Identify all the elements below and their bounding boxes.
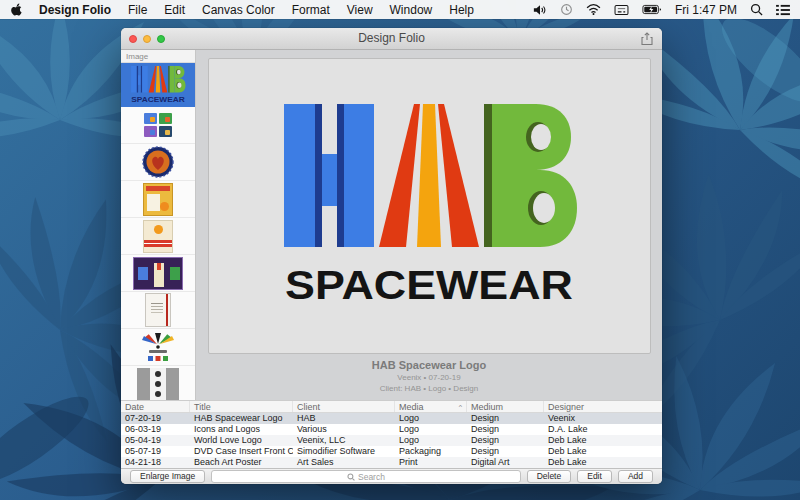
- thumbnail-purple-poster[interactable]: [121, 255, 195, 292]
- thumbnail-book-insert[interactable]: [121, 292, 195, 329]
- table-row[interactable]: 05-07-19 DVD Case Insert Front Cover Sim…: [121, 446, 662, 457]
- delete-button[interactable]: Delete: [527, 470, 572, 483]
- menu-window[interactable]: Window: [390, 3, 433, 17]
- search-icon: [347, 473, 355, 481]
- time-machine-icon[interactable]: [560, 3, 573, 16]
- column-header-client[interactable]: Client: [293, 401, 395, 412]
- image-well[interactable]: SPACEWEAR: [208, 58, 651, 354]
- window-title: Design Folio: [121, 28, 662, 49]
- book-art: [145, 293, 171, 327]
- menu-format[interactable]: Format: [292, 3, 330, 17]
- mandala-art: [142, 146, 174, 178]
- svg-text:SPACEWEAR: SPACEWEAR: [131, 95, 185, 104]
- cell-date: 04-21-18: [121, 457, 190, 468]
- starburst-art: [138, 331, 178, 364]
- menu-edit[interactable]: Edit: [164, 3, 185, 17]
- sidebar-header: Image: [121, 50, 195, 63]
- dvd-cover-art: [143, 183, 173, 216]
- notification-center-icon[interactable]: [776, 4, 790, 16]
- cell-client: HAB: [293, 413, 395, 424]
- display-icon[interactable]: [614, 4, 629, 16]
- cell-client: Various: [293, 424, 395, 435]
- beach-art: [143, 220, 173, 253]
- svg-text:SPACEWEAR: SPACEWEAR: [285, 263, 573, 307]
- menu-app-name[interactable]: Design Folio: [39, 3, 111, 17]
- menu-bar: Design Folio File Edit Canvas Color Form…: [0, 0, 800, 19]
- cell-title: HAB Spacewear Logo: [190, 413, 293, 424]
- cell-designer: D.A. Lake: [544, 424, 662, 435]
- column-header-media[interactable]: Media^: [395, 401, 467, 412]
- thumbnail-world-love-logo[interactable]: [121, 144, 195, 181]
- cell-date: 05-04-19: [121, 435, 190, 446]
- table-row[interactable]: 04-21-18 Beach Art Poster Art Sales Prin…: [121, 457, 662, 468]
- thumbnail-gray-figures[interactable]: [121, 366, 195, 400]
- sort-ascending-icon: ^: [459, 402, 462, 412]
- column-header-title[interactable]: Title: [190, 401, 293, 412]
- menu-help[interactable]: Help: [449, 3, 474, 17]
- cell-designer: Veenix: [544, 413, 662, 424]
- design-folio-window: Design Folio Image SPACEWEAR: [121, 28, 662, 484]
- table-row[interactable]: 07-20-19 HAB Spacewear Logo HAB Logo Des…: [121, 413, 662, 424]
- cell-designer: Deb Lake: [544, 446, 662, 457]
- thumbnail-beach-art[interactable]: [121, 218, 195, 255]
- cell-date: 06-03-19: [121, 424, 190, 435]
- apple-menu-icon[interactable]: [10, 3, 22, 17]
- search-placeholder: Search: [358, 472, 385, 482]
- search-input[interactable]: Search: [211, 470, 520, 483]
- cell-title: Beach Art Poster: [190, 457, 293, 468]
- menu-clock[interactable]: Fri 1:47 PM: [675, 3, 737, 17]
- spotlight-icon[interactable]: [750, 3, 763, 16]
- cell-title: DVD Case Insert Front Cover: [190, 446, 293, 457]
- cell-title: Icons and Logos: [190, 424, 293, 435]
- volume-icon[interactable]: [533, 4, 547, 16]
- cell-date: 07-20-19: [121, 413, 190, 424]
- column-header-medium[interactable]: Medium: [467, 401, 544, 412]
- hab-logo-mini: SPACEWEAR: [130, 65, 186, 105]
- cell-medium: Digital Art: [467, 457, 544, 468]
- add-button[interactable]: Add: [618, 470, 653, 483]
- thumbnail-dvd-cover[interactable]: [121, 181, 195, 218]
- cell-media: Logo: [395, 435, 467, 446]
- column-header-date[interactable]: Date: [121, 401, 190, 412]
- close-button[interactable]: [129, 35, 137, 43]
- zoom-button[interactable]: [157, 35, 165, 43]
- menu-view[interactable]: View: [347, 3, 373, 17]
- hab-spacewear-logo-image: SPACEWEAR: [279, 99, 579, 314]
- menu-canvas-color[interactable]: Canvas Color: [202, 3, 275, 17]
- cell-medium: Design: [467, 413, 544, 424]
- thumbnail-hab-spacewear-logo[interactable]: SPACEWEAR: [121, 63, 195, 107]
- title-bar[interactable]: Design Folio: [121, 28, 662, 50]
- image-detail-pane: SPACEWEAR HAB Spacewear Logo Veenix • 07…: [196, 50, 662, 400]
- portfolio-table: Date Title Client Media^ Medium Designer…: [121, 400, 662, 468]
- share-icon[interactable]: [640, 32, 654, 46]
- cell-client: Veenix, LLC: [293, 435, 395, 446]
- figures-art: [137, 368, 179, 401]
- menu-file[interactable]: File: [128, 3, 147, 17]
- cell-media: Packaging: [395, 446, 467, 457]
- window-footer: Enlarge Image Search Delete Edit Add: [121, 468, 662, 484]
- image-sidebar: Image SPACEWEAR: [121, 50, 196, 400]
- battery-icon[interactable]: [642, 4, 662, 15]
- image-byline: Veenix • 07-20-19: [372, 372, 486, 383]
- cell-designer: Deb Lake: [544, 457, 662, 468]
- image-caption: HAB Spacewear Logo Veenix • 07-20-19 Cli…: [372, 358, 486, 394]
- purple-poster-art: [133, 257, 183, 290]
- cell-medium: Design: [467, 446, 544, 457]
- cell-designer: Deb Lake: [544, 435, 662, 446]
- cell-title: World Love Logo: [190, 435, 293, 446]
- table-row[interactable]: 06-03-19 Icons and Logos Various Logo De…: [121, 424, 662, 435]
- enlarge-image-button[interactable]: Enlarge Image: [130, 470, 205, 483]
- table-row[interactable]: 05-04-19 World Love Logo Veenix, LLC Log…: [121, 435, 662, 446]
- edit-button[interactable]: Edit: [577, 470, 612, 483]
- icons-collage: [144, 113, 172, 137]
- column-header-designer[interactable]: Designer: [544, 401, 662, 412]
- thumbnail-icons-and-logos[interactable]: [121, 107, 195, 144]
- image-meta: Client: HAB • Logo • Design: [372, 383, 486, 394]
- minimize-button[interactable]: [143, 35, 151, 43]
- wifi-icon[interactable]: [586, 4, 601, 15]
- cell-date: 05-07-19: [121, 446, 190, 457]
- cell-medium: Design: [467, 435, 544, 446]
- cell-medium: Design: [467, 424, 544, 435]
- table-header: Date Title Client Media^ Medium Designer: [121, 400, 662, 413]
- thumbnail-starburst-logo[interactable]: [121, 329, 195, 366]
